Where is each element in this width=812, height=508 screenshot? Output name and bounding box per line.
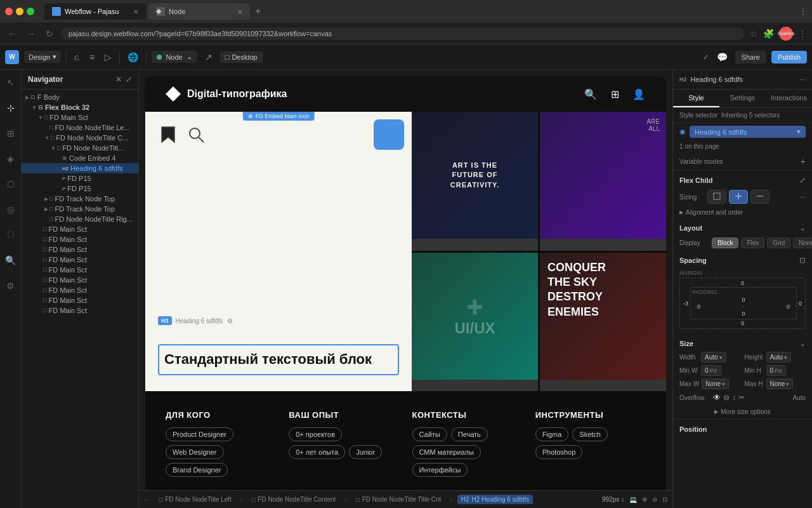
nav-item-fdnodetitlerig[interactable]: ▶ □ FD Node NodeTitle Rig... <box>22 214 138 224</box>
site-search-icon[interactable]: 🔍 <box>584 87 598 101</box>
fit-icon[interactable]: ⊡ <box>662 496 667 503</box>
display-block-button[interactable]: Block <box>712 237 738 248</box>
tool-variable[interactable]: ◎ <box>3 202 18 217</box>
maxh-value-field[interactable]: None ▾ <box>766 378 794 389</box>
tool-settings[interactable]: ⚙ <box>3 278 18 293</box>
history-icon[interactable]: ≡ <box>87 50 97 65</box>
site-user-icon[interactable]: 👤 <box>632 87 646 101</box>
tab-close-webflow[interactable]: ✕ <box>133 8 138 15</box>
nav-item-fdmainsct-8[interactable]: ▶□FD Main Sct <box>22 285 138 295</box>
overflow-clip-icon[interactable]: ✂ <box>738 393 745 402</box>
forward-button[interactable]: → <box>24 27 38 40</box>
nav-item-heading6[interactable]: ▶ H2 Heading 6 sdfdfs <box>22 163 138 173</box>
breadcrumb-fdnodetitletitlecnt[interactable]: □ FD Node NodeTitle Title Cnt <box>352 495 445 504</box>
nav-item-fdmainsct-1[interactable]: ▼ □ FD Main Sct <box>22 112 138 123</box>
minh-value-field[interactable]: 0 PX <box>766 365 787 376</box>
nav-item-fdnodetitlec[interactable]: ▼ □ FD Node NodeTitle C... <box>22 133 138 143</box>
tool-assets[interactable]: ⬡ <box>3 177 18 192</box>
node-link-icon[interactable]: ↗ <box>202 50 215 65</box>
sizing-btn-2[interactable] <box>729 190 748 204</box>
nav-item-fdmainsct-7[interactable]: ▶□FD Main Sct <box>22 275 138 285</box>
back-button[interactable]: ← <box>5 27 19 40</box>
nav-item-fdtracktop-1[interactable]: ▶ □ FD Track Node Top <box>22 194 138 204</box>
sizing-btn-3[interactable] <box>750 190 769 204</box>
tool-code[interactable]: 〈〉 <box>3 227 18 243</box>
tool-select[interactable]: ⊹ <box>3 100 18 116</box>
comment-icon[interactable]: 💬 <box>714 50 730 65</box>
overflow-scroll-icon[interactable]: ↕ <box>732 393 736 402</box>
browser-menu-icon[interactable]: ⋮ <box>798 29 807 39</box>
alignment-section[interactable]: ▶ Alignment and order <box>673 206 812 218</box>
nav-item-fdmainsct-6[interactable]: ▶□FD Main Sct <box>22 265 138 275</box>
close-dot[interactable] <box>5 8 13 15</box>
tab-webflow[interactable]: Webflow - Pajasu ✕ <box>44 3 146 20</box>
tab-interactions[interactable]: Interactions <box>766 90 812 107</box>
url-input[interactable] <box>61 27 745 40</box>
tab-settings[interactable]: Settings <box>719 90 766 107</box>
nav-item-fdtracktop-2[interactable]: ▶ □ FD Track Node Top <box>22 204 138 214</box>
user-avatar[interactable]: Ошибка <box>779 27 793 41</box>
device-icon[interactable]: 💻 <box>629 496 637 503</box>
nav-item-flexblock32[interactable]: ▼ ⊟ Flex Block 32 <box>22 102 138 112</box>
site-grid-icon[interactable]: ⊞ <box>608 87 622 101</box>
sizing-more-icon[interactable]: ··· <box>799 192 806 201</box>
layout-expand-icon[interactable]: ⌄ <box>799 224 806 232</box>
nav-item-fdp15-2[interactable]: ▶ P FD P15 <box>22 184 138 194</box>
nav-item-fbody[interactable]: ▶ ⊡ F Body <box>22 92 138 102</box>
more-size-options-row[interactable]: ▶ More size options <box>673 404 812 419</box>
nav-item-codeembed[interactable]: ▶ ⊕ Code Embed 4 <box>22 153 138 163</box>
display-flex-button[interactable]: Flex <box>741 237 764 248</box>
tool-layout[interactable]: ⊞ <box>3 126 18 141</box>
desktop-button[interactable]: □ Desktop <box>220 51 263 63</box>
style-selector-dropdown[interactable]: Heading 6 sdfdfs ▾ <box>690 126 806 138</box>
minimize-dot[interactable] <box>16 8 23 15</box>
variable-modes-add-button[interactable]: + <box>801 156 806 166</box>
overflow-visible-icon[interactable]: 👁 <box>713 393 721 402</box>
zoom-out-icon[interactable]: ⊖ <box>652 496 657 503</box>
display-grid-button[interactable]: Grid <box>767 237 790 248</box>
node-indicator[interactable]: Node ⌄ <box>152 51 197 63</box>
width-value-field[interactable]: Auto ▾ <box>701 352 726 363</box>
bookmark-icon[interactable]: ☆ <box>750 29 758 39</box>
flex-child-icon[interactable]: ⤢ <box>799 176 806 185</box>
breadcrumb-fdnodetitlecontent[interactable]: □ FD Node NodeTitle Content <box>247 495 339 504</box>
extensions-icon[interactable]: 🧩 <box>763 29 774 39</box>
tab-style[interactable]: Style <box>673 90 719 107</box>
sizing-btn-1[interactable] <box>707 190 726 204</box>
tab-close-node[interactable]: ✕ <box>237 8 242 15</box>
zoom-in-icon[interactable]: ⊕ <box>642 496 647 503</box>
globe-icon[interactable]: 🌐 <box>125 50 141 65</box>
publish-button[interactable]: Publish <box>771 51 807 64</box>
nav-item-fdmainsct-3[interactable]: ▶□FD Main Sct <box>22 234 138 244</box>
maximize-dot[interactable] <box>27 8 34 15</box>
size-expand-icon[interactable]: ⌄ <box>799 339 806 348</box>
heading-settings-icon[interactable]: ⚙ <box>227 318 233 324</box>
new-tab-button[interactable]: + <box>252 3 263 20</box>
favorite-button[interactable] <box>374 119 404 150</box>
overflow-hidden-icon[interactable]: ⊖ <box>723 393 730 402</box>
bottom-more-icon[interactable]: ··· <box>144 496 150 504</box>
navigator-close-button[interactable]: ✕ <box>115 75 122 84</box>
undo-icon[interactable]: ⎌ <box>72 50 82 65</box>
tool-components[interactable]: ◈ <box>3 151 18 166</box>
nav-item-fdmainsct-4[interactable]: ▶□FD Main Sct <box>22 244 138 255</box>
tool-search[interactable]: 🔍 <box>3 253 18 268</box>
display-none-button[interactable]: None <box>793 237 812 248</box>
height-value-field[interactable]: Auto ▾ <box>766 352 792 363</box>
nav-item-fdp15-1[interactable]: ▶ P FD P15 <box>22 173 138 184</box>
breadcrumb-fdnodetitleleft[interactable]: □ FD Node NodeTitle Left <box>155 495 235 504</box>
design-mode-dropdown[interactable]: Design ▾ <box>24 51 61 63</box>
refresh-button[interactable]: ↻ <box>43 27 56 40</box>
minw-value-field[interactable]: 0 PX <box>701 365 721 376</box>
play-icon[interactable]: ▷ <box>102 50 114 65</box>
nav-item-fdnodetitleleft[interactable]: ▶ □ FD Node NodeTitle Le... <box>22 123 138 133</box>
tool-arrow[interactable]: ↖ <box>3 75 18 90</box>
element-more-icon[interactable]: ··· <box>799 75 806 84</box>
spacing-icon[interactable]: ⊡ <box>799 256 806 265</box>
maxw-value-field[interactable]: None ▾ <box>702 378 729 389</box>
navigator-expand-button[interactable]: ⤢ <box>126 75 132 84</box>
nav-item-fdmainsct-5[interactable]: ▶□FD Main Sct <box>22 255 138 265</box>
browser-options-icon[interactable]: ⋮ <box>799 7 807 16</box>
nav-item-fdmainsct-10[interactable]: ▶□FD Main Sct <box>22 305 138 316</box>
nav-item-fdmainsct-2[interactable]: ▶ □ FD Main Sct <box>22 224 138 234</box>
